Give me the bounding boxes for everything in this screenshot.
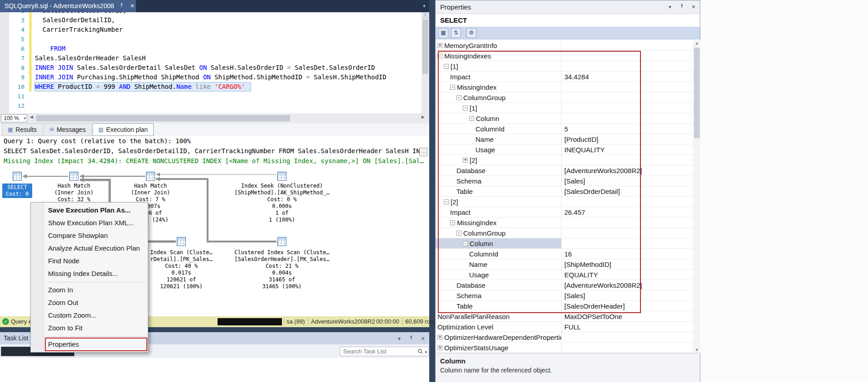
collapse-icon[interactable]: - bbox=[469, 116, 474, 121]
close-icon[interactable]: ✕ bbox=[690, 3, 697, 10]
select-result-icon[interactable] bbox=[13, 172, 22, 181]
hash-match-icon[interactable] bbox=[69, 172, 78, 181]
menu-item-zoom-in[interactable]: Zoom In bbox=[31, 284, 148, 296]
pin-icon[interactable] bbox=[118, 0, 125, 12]
code-line[interactable]: CarrierTrackingNumber bbox=[35, 25, 386, 34]
pin-icon[interactable] bbox=[678, 3, 685, 10]
menu-item-find-node[interactable]: Find Node bbox=[31, 255, 148, 267]
collapse-icon[interactable]: - bbox=[450, 220, 455, 225]
properties-scroll-thumb[interactable] bbox=[694, 48, 700, 138]
property-row[interactable]: -ColumnGroup bbox=[436, 92, 693, 103]
clustered-index-scan-icon[interactable] bbox=[277, 237, 286, 246]
code-line[interactable]: INNER JOIN Sales.SalesOrderDetail SalesD… bbox=[35, 63, 386, 73]
menu-item-analyze-actual-execution-plan[interactable]: Analyze Actual Execution Plan bbox=[31, 242, 148, 255]
pin-icon[interactable] bbox=[407, 335, 415, 342]
menu-item-properties[interactable]: Properties bbox=[31, 338, 148, 351]
property-row[interactable]: -[1] bbox=[436, 61, 693, 72]
document-tab[interactable]: SQLQuery8.sql - AdventureWorks2008R2* ✕ bbox=[0, 0, 136, 12]
tab-execution-plan[interactable]: ▧ Execution plan bbox=[92, 123, 154, 136]
property-row[interactable]: -ColumnGroup bbox=[436, 228, 693, 238]
sql-editor[interactable]: 23456789101112 SalesDet.SalesOrderID, Sa… bbox=[0, 12, 429, 113]
property-row[interactable]: +[2] bbox=[436, 155, 693, 165]
collapse-icon[interactable]: - bbox=[463, 106, 468, 111]
code-lines[interactable]: SalesDet.SalesOrderID, SalesOrderDetailI… bbox=[35, 12, 386, 111]
property-row[interactable]: Table[SalesOrderDetail] bbox=[436, 186, 693, 197]
scroll-down-icon[interactable]: ▼ bbox=[693, 348, 701, 352]
properties-title-bar[interactable]: Properties ▾ ✕ bbox=[436, 0, 700, 14]
code-line[interactable]: SalesDet.SalesOrderID, bbox=[35, 12, 386, 15]
code-line[interactable] bbox=[35, 101, 386, 111]
expand-icon[interactable]: + bbox=[437, 345, 442, 350]
expand-icon[interactable]: + bbox=[437, 335, 442, 340]
tab-messages[interactable]: ✉ Messages bbox=[44, 123, 92, 136]
scroll-right-icon[interactable]: ▶ bbox=[422, 115, 425, 119]
editor-splitter-button[interactable]: ≡ bbox=[422, 12, 429, 18]
code-line[interactable]: Sales.SalesOrderHeader SalesH bbox=[35, 53, 386, 63]
property-row[interactable]: Database[AdventureWorks2008R2] bbox=[436, 280, 693, 290]
property-row[interactable]: Table[SalesOrderHeader] bbox=[436, 301, 693, 311]
property-pages-icon[interactable]: ⚙ bbox=[466, 28, 476, 38]
chevron-down-icon[interactable]: ▾ bbox=[396, 335, 403, 342]
property-row[interactable]: -[2] bbox=[436, 197, 693, 207]
property-row[interactable]: -Column bbox=[436, 238, 693, 249]
code-line[interactable] bbox=[35, 34, 386, 44]
editor-vscroll-thumb[interactable] bbox=[422, 19, 428, 74]
expand-icon[interactable]: + bbox=[437, 43, 442, 48]
tab-list-chevron-icon[interactable]: ▾ bbox=[423, 0, 426, 12]
property-row[interactable]: -MissingIndex bbox=[436, 218, 693, 228]
menu-item-show-execution-plan-xml[interactable]: Show Execution Plan XML... bbox=[31, 217, 148, 229]
plan-node-label[interactable]: Index Seek (NonClustered)[ShipMethod].[A… bbox=[214, 183, 350, 223]
property-row[interactable]: -[1] bbox=[436, 103, 693, 113]
editor-hscroll-thumb[interactable] bbox=[36, 115, 290, 121]
menu-item-custom-zoom[interactable]: Custom Zoom... bbox=[31, 309, 148, 322]
code-line[interactable]: SalesOrderDetailID, bbox=[35, 15, 386, 25]
menu-item-missing-index-details[interactable]: Missing Index Details... bbox=[31, 267, 148, 280]
collapse-icon[interactable]: - bbox=[450, 85, 455, 90]
close-icon[interactable]: ✕ bbox=[129, 0, 136, 12]
zoom-combo[interactable]: 100 % ▾ bbox=[1, 114, 27, 122]
chevron-down-icon[interactable]: ▾ bbox=[425, 350, 427, 354]
collapse-icon[interactable]: - bbox=[437, 53, 442, 58]
property-row[interactable]: Schema[Sales] bbox=[436, 176, 693, 186]
collapse-icon[interactable]: - bbox=[463, 241, 468, 246]
property-row[interactable]: ColumnId16 bbox=[436, 249, 693, 259]
code-line[interactable]: INNER JOIN Purchasing.ShipMethod ShipMet… bbox=[35, 73, 386, 82]
code-line[interactable]: FROM bbox=[35, 44, 386, 53]
property-row[interactable]: Database[AdventureWorks2008R2] bbox=[436, 165, 693, 176]
property-row[interactable]: Schema[Sales] bbox=[436, 290, 693, 301]
categorized-icon[interactable]: ▦ bbox=[438, 28, 448, 38]
property-row[interactable]: Name[ShipMethodID] bbox=[436, 259, 693, 270]
search-input[interactable] bbox=[340, 347, 429, 356]
close-icon[interactable]: ✕ bbox=[419, 335, 427, 342]
scroll-up-icon[interactable]: ▲ bbox=[693, 41, 701, 45]
breakpoint-margin[interactable] bbox=[0, 12, 9, 113]
property-row[interactable]: +OptimizerStatsUsage bbox=[436, 343, 693, 353]
code-line[interactable]: WHERE ProductID < 999 AND ShipMethod.Nam… bbox=[35, 82, 386, 92]
property-row[interactable]: -Column bbox=[436, 113, 693, 124]
property-row[interactable]: NonParallelPlanReasonMaxDOPSetToOne bbox=[436, 311, 693, 322]
hash-match-icon[interactable] bbox=[146, 172, 155, 181]
index-scan-icon[interactable] bbox=[177, 237, 186, 246]
property-row[interactable]: Impact34.4284 bbox=[436, 72, 693, 82]
code-line[interactable] bbox=[35, 92, 386, 101]
menu-item-save-execution-plan-as[interactable]: Save Execution Plan As... bbox=[31, 204, 148, 217]
collapse-icon[interactable]: - bbox=[444, 199, 449, 204]
collapse-icon[interactable]: - bbox=[444, 64, 449, 69]
scroll-left-icon[interactable]: ◀ bbox=[30, 115, 33, 119]
property-row[interactable]: ColumnId5 bbox=[436, 124, 693, 134]
plan-node-label[interactable]: Clustered Index Scan (Cluste…[SalesOrder… bbox=[214, 249, 350, 290]
property-row[interactable]: +MemoryGrantInfo bbox=[436, 40, 693, 51]
menu-item-compare-showplan[interactable]: Compare Showplan bbox=[31, 229, 148, 242]
collapse-icon[interactable]: - bbox=[456, 95, 461, 100]
property-row[interactable]: -MissingIndexes bbox=[436, 51, 693, 61]
collapse-icon[interactable]: - bbox=[456, 231, 461, 236]
menu-item-zoom-out[interactable]: Zoom Out bbox=[31, 296, 148, 309]
property-row[interactable]: Optimization LevelFULL bbox=[436, 322, 693, 332]
property-row[interactable]: Name[ProductID] bbox=[436, 134, 693, 145]
search-icon[interactable] bbox=[417, 348, 423, 356]
chevron-down-icon[interactable]: ▾ bbox=[666, 3, 674, 10]
expand-icon[interactable]: + bbox=[463, 158, 468, 163]
property-row[interactable]: Impact26.457 bbox=[436, 207, 693, 218]
menu-item-zoom-to-fit[interactable]: Zoom to Fit bbox=[31, 322, 148, 334]
index-seek-icon[interactable] bbox=[277, 172, 286, 181]
